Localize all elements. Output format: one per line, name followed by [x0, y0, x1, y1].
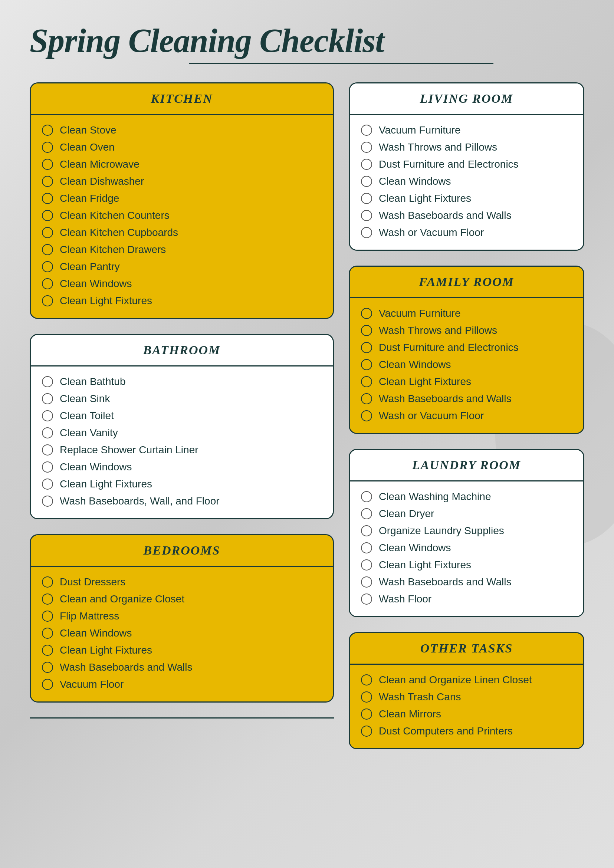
list-item[interactable]: Clean Washing Machine [361, 491, 572, 503]
checkbox-circle[interactable] [361, 725, 372, 737]
list-item[interactable]: Clean Windows [42, 278, 322, 290]
list-item[interactable]: Clean Toilet [42, 410, 322, 422]
list-item[interactable]: Organize Laundry Supplies [361, 525, 572, 537]
list-item[interactable]: Dust Dressers [42, 576, 322, 588]
checkbox-circle[interactable] [42, 444, 53, 456]
list-item[interactable]: Clean Pantry [42, 261, 322, 273]
checkbox-circle[interactable] [42, 244, 53, 255]
checkbox-circle[interactable] [42, 611, 53, 622]
list-item[interactable]: Vacuum Floor [42, 679, 322, 690]
checkbox-circle[interactable] [361, 525, 372, 536]
checkbox-circle[interactable] [42, 679, 53, 690]
checkbox-circle[interactable] [361, 176, 372, 187]
checkbox-circle[interactable] [361, 577, 372, 587]
checkbox-circle[interactable] [361, 159, 372, 170]
list-item[interactable]: Dust Computers and Printers [361, 725, 572, 737]
list-item[interactable]: Clean Oven [42, 141, 322, 153]
list-item[interactable]: Clean Microwave [42, 158, 322, 170]
list-item[interactable]: Wash Baseboards and Walls [361, 209, 572, 222]
list-item[interactable]: Clean Stove [42, 124, 322, 136]
checkbox-circle[interactable] [42, 142, 53, 153]
checkbox-circle[interactable] [361, 708, 372, 720]
checkbox-circle[interactable] [42, 227, 53, 238]
checkbox-circle[interactable] [361, 359, 372, 370]
list-item[interactable]: Clean Light Fixtures [42, 644, 322, 656]
list-item[interactable]: Wash Baseboards and Walls [361, 393, 572, 405]
checkbox-circle[interactable] [42, 278, 53, 289]
checkbox-circle[interactable] [42, 645, 53, 656]
checkbox-circle[interactable] [361, 491, 372, 502]
checkbox-circle[interactable] [361, 674, 372, 685]
checkbox-circle[interactable] [42, 125, 53, 136]
checkbox-circle[interactable] [361, 125, 372, 136]
checkbox-circle[interactable] [361, 142, 372, 153]
checkbox-circle[interactable] [42, 594, 53, 604]
list-item[interactable]: Wash Baseboards and Walls [42, 661, 322, 673]
list-item[interactable]: Clean Windows [42, 627, 322, 639]
checkbox-circle[interactable] [361, 227, 372, 238]
checkbox-circle[interactable] [361, 193, 372, 204]
checkbox-circle[interactable] [361, 560, 372, 570]
list-item[interactable]: Clean Mirrors [361, 708, 572, 720]
list-item[interactable]: Clean Windows [361, 542, 572, 554]
checkbox-circle[interactable] [361, 410, 372, 422]
checkbox-circle[interactable] [42, 176, 53, 187]
checkbox-circle[interactable] [42, 662, 53, 673]
list-item[interactable]: Wash Throws and Pillows [361, 141, 572, 153]
list-item[interactable]: Clean Light Fixtures [361, 192, 572, 205]
checkbox-circle[interactable] [361, 542, 372, 553]
checkbox-circle[interactable] [42, 427, 53, 439]
checkbox-circle[interactable] [42, 376, 53, 387]
list-item[interactable]: Clean Light Fixtures [361, 559, 572, 571]
list-item[interactable]: Clean Light Fixtures [361, 376, 572, 388]
checkbox-circle[interactable] [42, 577, 53, 587]
list-item[interactable]: Clean Vanity [42, 427, 322, 439]
checkbox-circle[interactable] [42, 410, 53, 422]
list-item[interactable]: Clean and Organize Closet [42, 593, 322, 605]
list-item[interactable]: Clean Fridge [42, 192, 322, 205]
list-item[interactable]: Wash or Vacuum Floor [361, 227, 572, 239]
list-item[interactable]: Dust Furniture and Electronics [361, 342, 572, 353]
list-item[interactable]: Vacuum Furniture [361, 124, 572, 136]
list-item[interactable]: Wash Throws and Pillows [361, 325, 572, 336]
list-item[interactable]: Wash Floor [361, 593, 572, 605]
checkbox-circle[interactable] [361, 508, 372, 519]
list-item[interactable]: Clean Dishwasher [42, 175, 322, 188]
list-item[interactable]: Wash Baseboards, Wall, and Floor [42, 495, 322, 507]
list-item[interactable]: Clean Windows [361, 175, 572, 188]
list-item[interactable]: Dust Furniture and Electronics [361, 158, 572, 170]
list-item[interactable]: Clean Windows [42, 461, 322, 473]
checkbox-circle[interactable] [42, 628, 53, 639]
checkbox-circle[interactable] [361, 691, 372, 702]
list-item[interactable]: Flip Mattress [42, 610, 322, 622]
list-item[interactable]: Clean Dryer [361, 508, 572, 520]
list-item[interactable]: Clean Sink [42, 393, 322, 405]
checkbox-circle[interactable] [42, 479, 53, 490]
checkbox-circle[interactable] [361, 594, 372, 604]
list-item[interactable]: Clean Kitchen Drawers [42, 244, 322, 256]
checkbox-circle[interactable] [361, 325, 372, 336]
checkbox-circle[interactable] [361, 376, 372, 387]
checkbox-circle[interactable] [42, 193, 53, 204]
checkbox-circle[interactable] [42, 210, 53, 221]
list-item[interactable]: Clean and Organize Linen Closet [361, 674, 572, 686]
list-item[interactable]: Clean Windows [361, 359, 572, 370]
checkbox-circle[interactable] [42, 295, 53, 306]
list-item[interactable]: Clean Light Fixtures [42, 478, 322, 490]
checkbox-circle[interactable] [361, 393, 372, 405]
checkbox-circle[interactable] [361, 210, 372, 221]
list-item[interactable]: Clean Kitchen Cupboards [42, 227, 322, 239]
checkbox-circle[interactable] [361, 308, 372, 319]
checkbox-circle[interactable] [42, 261, 53, 272]
checkbox-circle[interactable] [42, 496, 53, 507]
list-item[interactable]: Clean Kitchen Counters [42, 209, 322, 222]
list-item[interactable]: Clean Light Fixtures [42, 295, 322, 307]
list-item[interactable]: Wash or Vacuum Floor [361, 410, 572, 422]
list-item[interactable]: Replace Shower Curtain Liner [42, 444, 322, 456]
checkbox-circle[interactable] [361, 342, 372, 353]
checkbox-circle[interactable] [42, 462, 53, 473]
list-item[interactable]: Wash Baseboards and Walls [361, 576, 572, 588]
list-item[interactable]: Wash Trash Cans [361, 691, 572, 703]
list-item[interactable]: Vacuum Furniture [361, 307, 572, 319]
checkbox-circle[interactable] [42, 159, 53, 170]
